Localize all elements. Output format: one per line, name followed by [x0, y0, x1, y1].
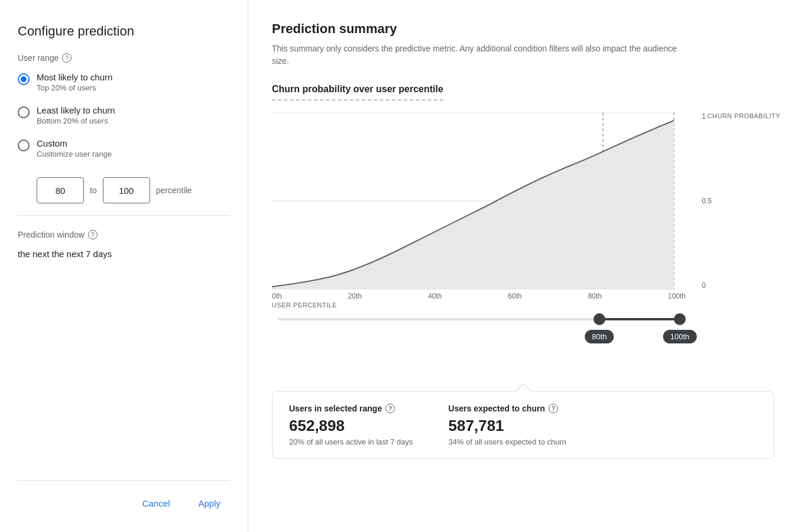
stat-users-expected-churn: Users expected to churn ? 587,781 34% of… — [449, 404, 566, 446]
stats-section: Users in selected range ? 652,898 20% of… — [272, 391, 774, 459]
summary-title: Prediction summary — [272, 21, 774, 37]
x-tick-0th: 0th — [272, 292, 282, 300]
user-range-help-icon[interactable]: ? — [62, 53, 72, 63]
radio-most-likely[interactable] — [18, 73, 30, 85]
option-most-likely-text: Most likely to churn Top 20% of users — [37, 72, 112, 92]
prediction-window-label: Prediction window ? — [18, 230, 230, 239]
option-custom-label: Custom — [37, 138, 112, 148]
x-tick-100th: 100th — [668, 292, 686, 300]
right-panel: Prediction summary This summary only con… — [248, 0, 798, 532]
x-tick-20th: 20th — [348, 292, 362, 300]
y-label-1: 1 — [702, 112, 712, 121]
apply-button[interactable]: Apply — [189, 492, 230, 514]
divider-1 — [18, 215, 230, 216]
option-custom-text: Custom Customize user range — [37, 138, 112, 158]
user-range-label: User range ? — [18, 53, 230, 63]
range-to-separator: to — [90, 186, 97, 195]
option-custom-sublabel: Customize user range — [37, 150, 112, 158]
radio-inner-most-likely — [21, 76, 27, 82]
x-tick-60th: 60th — [508, 292, 521, 300]
prediction-window-value: the next the next 7 days — [18, 249, 230, 259]
y-axis: 1 0.5 0 — [702, 112, 712, 290]
x-axis: 0th 20th 40th 60th 80th 100th — [272, 292, 686, 300]
stat-users-in-range: Users in selected range ? 652,898 20% of… — [289, 404, 413, 446]
chart-wrapper: CHURN PROBABILITY 1 0.5 0 — [272, 112, 774, 290]
option-most-likely-label: Most likely to churn — [37, 72, 112, 82]
y-label-05: 0.5 — [702, 197, 712, 205]
stat-users-in-range-help-icon[interactable]: ? — [385, 404, 395, 413]
option-least-likely-label: Least likely to churn — [37, 105, 115, 115]
option-most-likely[interactable]: Most likely to churn Top 20% of users — [18, 72, 230, 92]
range-unit: percentile — [156, 186, 192, 195]
stats-caret-inner — [515, 384, 531, 392]
stat-users-expected-churn-sublabel: 34% of all users expected to churn — [449, 437, 566, 446]
stat-users-in-range-label: Users in selected range ? — [289, 404, 413, 413]
radio-custom[interactable] — [18, 140, 30, 151]
x-tick-80th: 80th — [588, 292, 602, 300]
stat-users-expected-churn-label: Users expected to churn ? — [449, 404, 566, 413]
option-least-likely[interactable]: Least likely to churn Bottom 20% of user… — [18, 105, 230, 125]
slider-right-badge: 100th — [663, 330, 697, 343]
prediction-window-help-icon[interactable]: ? — [88, 230, 98, 239]
chart-section-title: Churn probability over user percentile — [272, 84, 443, 100]
x-tick-40th: 40th — [428, 292, 442, 300]
stats-wrapper: Users in selected range ? 652,898 20% of… — [272, 391, 774, 459]
option-least-likely-text: Least likely to churn Bottom 20% of user… — [37, 105, 115, 125]
left-panel: Configure prediction User range ? Most l… — [0, 0, 248, 532]
chart-area: CHURN PROBABILITY 1 0.5 0 — [272, 112, 686, 290]
option-least-likely-sublabel: Bottom 20% of users — [37, 116, 115, 125]
y-label-0: 0 — [702, 281, 712, 290]
stat-users-in-range-value: 652,898 — [289, 417, 413, 435]
summary-description: This summary only considers the predicti… — [272, 43, 686, 67]
stat-users-in-range-sublabel: 20% of all users active in last 7 days — [289, 437, 413, 446]
slider-section: 80th 100th — [272, 318, 686, 350]
bottom-buttons: Cancel Apply — [18, 480, 230, 514]
radio-least-likely[interactable] — [18, 106, 30, 118]
x-axis-label: USER PERCENTILE — [272, 301, 686, 309]
range-to-input[interactable] — [103, 177, 150, 203]
cancel-button[interactable]: Cancel — [133, 492, 180, 514]
slider-labels-container: 80th 100th — [278, 320, 680, 350]
churn-chart-svg — [272, 112, 686, 290]
stat-users-expected-churn-help-icon[interactable]: ? — [549, 404, 558, 413]
stat-users-expected-churn-value: 587,781 — [449, 417, 566, 435]
range-from-input[interactable] — [37, 177, 84, 203]
panel-title: Configure prediction — [18, 24, 230, 39]
churn-probability-axis-label: CHURN PROBABILITY — [708, 112, 780, 119]
option-custom[interactable]: Custom Customize user range — [18, 138, 230, 158]
option-most-likely-sublabel: Top 20% of users — [37, 83, 112, 92]
custom-range-inputs: to percentile — [37, 177, 230, 203]
prediction-window-section: Prediction window ? the next the next 7 … — [18, 230, 230, 259]
slider-left-badge: 80th — [585, 330, 614, 343]
